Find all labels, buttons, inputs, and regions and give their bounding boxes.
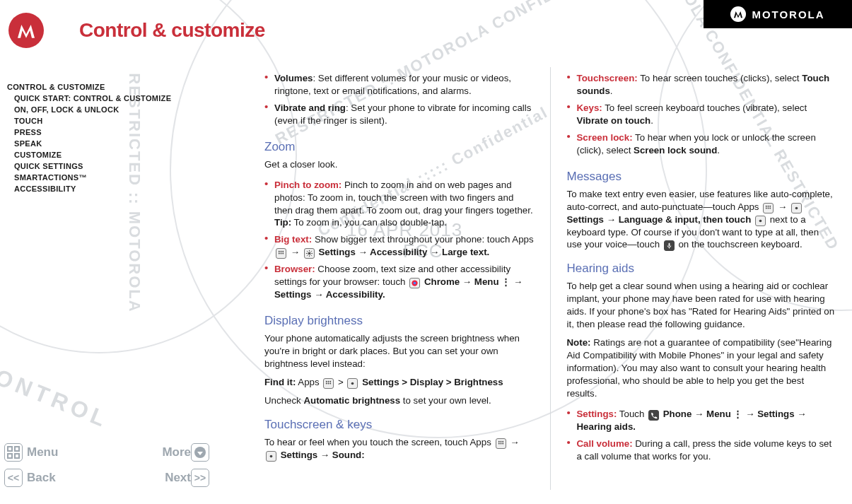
page-title: Control & customize xyxy=(79,19,265,42)
menu-button[interactable]: Menu xyxy=(27,445,109,459)
svg-point-20 xyxy=(351,382,354,385)
svg-rect-36 xyxy=(668,243,670,247)
microphone-icon xyxy=(664,240,675,251)
svg-point-10 xyxy=(282,253,284,254)
bullet-bigtext: Big text: Show bigger text throughout yo… xyxy=(264,231,535,261)
gear-icon xyxy=(347,378,358,389)
bullet-screenlock: Screen lock: To hear when you lock or un… xyxy=(567,129,837,159)
gear-icon xyxy=(304,248,315,259)
heading-hearingaids: Hearing aids xyxy=(567,261,837,277)
messages-p: To make text entry even easier, use feat… xyxy=(567,188,837,252)
hearingaids-note: Note: Ratings are not a guarantee of com… xyxy=(567,336,837,400)
svg-point-25 xyxy=(500,443,501,444)
apps-icon xyxy=(323,378,334,389)
svg-point-21 xyxy=(498,441,499,443)
heading-tskeys: Touchscreen & keys xyxy=(264,417,535,433)
svg-point-13 xyxy=(414,282,416,285)
bullet-settings: Settings: Touch Phone → Menu ⋮ → Setting… xyxy=(567,406,837,435)
svg-point-23 xyxy=(502,441,503,443)
zoom-intro: Get a closer look. xyxy=(264,158,535,171)
bullet-touchscreen: Touchscreen: To hear screen touches (cli… xyxy=(567,70,837,100)
svg-rect-2 xyxy=(8,454,12,458)
svg-point-31 xyxy=(766,207,767,209)
svg-point-27 xyxy=(270,455,273,457)
nav-item-smartactions[interactable]: SMARTACTIONS™ xyxy=(3,172,215,183)
svg-point-17 xyxy=(326,383,327,385)
gear-icon xyxy=(266,451,276,462)
brand-bar: MOTOROLA xyxy=(704,0,852,28)
svg-point-28 xyxy=(766,205,767,206)
svg-point-33 xyxy=(770,207,771,209)
bottom-nav: Menu More << Back Next >> xyxy=(4,443,216,487)
apps-icon xyxy=(496,438,506,449)
svg-point-34 xyxy=(795,206,798,209)
svg-point-18 xyxy=(328,383,329,385)
sidebar-nav: Control & customize Quick start: Control… xyxy=(3,81,215,194)
menu-dots-icon: ⋮ xyxy=(501,276,510,287)
svg-point-35 xyxy=(759,219,762,222)
nav-item-customize[interactable]: Customize xyxy=(3,149,215,160)
nav-item-touch[interactable]: Touch xyxy=(3,115,215,127)
back-button[interactable]: Back xyxy=(27,471,109,485)
apps-icon xyxy=(763,203,774,213)
bullet-vibrate: Vibrate and ring: Set your phone to vibr… xyxy=(264,100,535,129)
display-uncheck: Uncheck Automatic brightness to set your… xyxy=(264,394,535,407)
svg-point-5 xyxy=(279,251,280,252)
svg-point-29 xyxy=(768,205,769,206)
nav-item-accessibility[interactable]: Accessibility xyxy=(3,183,215,194)
svg-point-6 xyxy=(281,251,282,252)
heading-messages: Messages xyxy=(567,169,837,185)
display-p: Your phone automatically adjusts the scr… xyxy=(264,332,535,370)
apps-icon xyxy=(276,248,286,259)
content-col-1: Volumes: Set different volumes for your … xyxy=(247,67,550,497)
bullet-browser: Browser: Choose zoom, text size and othe… xyxy=(264,261,535,303)
svg-point-15 xyxy=(328,381,329,382)
more-icon[interactable] xyxy=(191,443,209,462)
content-col-2: Touchscreen: To hear screen touches (cli… xyxy=(550,67,853,497)
bullet-callvolume: Call volume: During a call, press the si… xyxy=(567,435,837,465)
svg-point-16 xyxy=(330,381,332,382)
content-area: Volumes: Set different volumes for your … xyxy=(247,67,852,497)
brand-name: MOTOROLA xyxy=(752,8,824,20)
nav-item-speak[interactable]: Speak xyxy=(3,138,215,149)
settings-small-icon xyxy=(755,216,766,226)
svg-rect-0 xyxy=(8,447,12,451)
svg-point-30 xyxy=(770,205,771,206)
menu-dots-icon: ⋮ xyxy=(733,409,742,419)
menu-icon[interactable] xyxy=(4,443,23,462)
heading-display: Display brightness xyxy=(264,313,535,329)
more-button[interactable]: More xyxy=(109,445,191,459)
motorola-logo xyxy=(8,13,44,48)
svg-point-7 xyxy=(282,251,284,252)
next-button[interactable]: Next xyxy=(109,471,191,485)
back-icon[interactable]: << xyxy=(4,469,23,487)
next-icon[interactable]: >> xyxy=(191,469,209,487)
svg-point-19 xyxy=(330,383,332,385)
svg-point-9 xyxy=(281,253,282,254)
bullet-pinch: Pinch to zoom: Pinch to zoom in and on w… xyxy=(264,177,535,232)
gear-icon xyxy=(791,203,802,213)
phone-icon xyxy=(648,410,659,421)
svg-rect-1 xyxy=(15,447,19,451)
svg-rect-3 xyxy=(15,454,19,458)
tskeys-p: To hear or feel when you touch the scree… xyxy=(264,436,535,462)
chrome-icon xyxy=(409,278,420,288)
bullet-volumes: Volumes: Set different volumes for your … xyxy=(264,70,535,100)
svg-point-11 xyxy=(308,252,310,255)
heading-zoom: Zoom xyxy=(264,139,535,156)
svg-point-26 xyxy=(502,443,503,444)
motorola-logo-icon xyxy=(730,6,746,22)
nav-item-control[interactable]: Control & customize xyxy=(3,81,215,93)
nav-item-quickstart[interactable]: Quick start: Control & customize xyxy=(3,93,215,104)
svg-point-14 xyxy=(326,381,327,382)
nav-item-quicksettings[interactable]: Quick settings xyxy=(3,160,215,172)
bullet-keys: Keys: To feel screen keyboard touches (v… xyxy=(567,100,837,129)
svg-point-24 xyxy=(498,443,499,444)
svg-point-8 xyxy=(279,253,280,254)
nav-item-press[interactable]: Press xyxy=(3,127,215,138)
display-findit: Find it: Apps > Settings > Display > Bri… xyxy=(264,376,535,389)
svg-point-22 xyxy=(500,441,501,443)
svg-point-32 xyxy=(768,207,769,209)
nav-item-onofflock[interactable]: On, off, lock & unlock xyxy=(3,104,215,115)
hearingaids-p: To help get a clear sound when using a h… xyxy=(567,280,837,331)
